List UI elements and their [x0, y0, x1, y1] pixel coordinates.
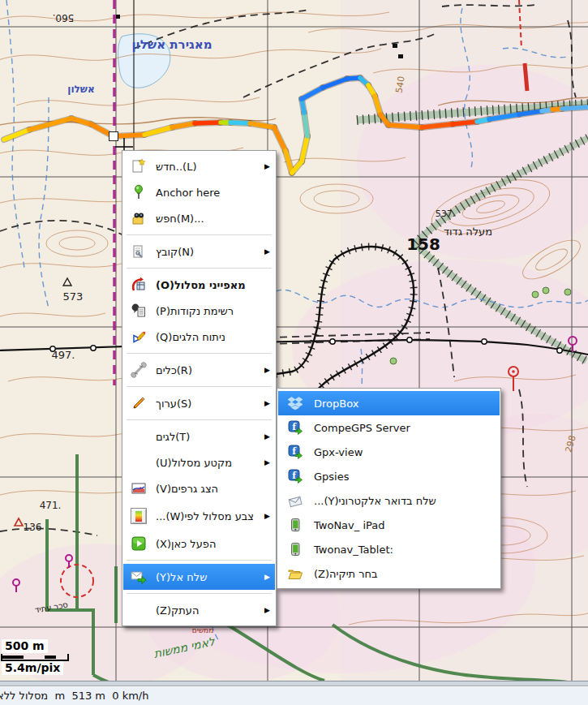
menu-item-track-properties[interactable]: (O)מאפייני מסלול [123, 272, 275, 298]
folder-icon [286, 565, 304, 582]
menu-separator [125, 231, 273, 239]
upload-f-icon: f [286, 419, 304, 436]
menu-item-send-email[interactable]: ...(Y)שלח בדואר אלקטרוני [278, 488, 500, 513]
menu-item-tools[interactable]: כלים(R)▶ [123, 357, 275, 383]
menu-item-file[interactable]: קובץ(N)▶ [123, 239, 275, 264]
new-doc-icon [130, 158, 148, 174]
menu-item-edit[interactable]: ערוך(S)▶ [123, 390, 275, 416]
menu-item-label: Gpx-view [314, 446, 485, 458]
tools-icon [130, 362, 148, 378]
menu-item-gpx-view[interactable]: fGpx-view [278, 440, 500, 464]
map-label: 560. [53, 12, 75, 24]
menu-item-label: חפש(M)... [156, 213, 260, 225]
scale-resolution-label: 5.4m/pix [2, 661, 63, 675]
menu-item-copy[interactable]: (Z)העתק▶ [123, 597, 275, 623]
submenu-arrow-icon: ▶ [260, 162, 270, 170]
status-bar: מסלול ללא m 513 m 0 km/h [0, 686, 588, 705]
email-icon [286, 492, 304, 509]
menu-item-send-to[interactable]: (Y)שלח אל▶ [123, 564, 275, 590]
scale-distance-label: 500 m [2, 639, 48, 653]
menu-item-label: (P)רשימת נקודות [156, 305, 260, 317]
menu-item-color-track-by[interactable]: ...(W)צבע מסלול לפי▶ [123, 501, 275, 531]
map-label: 471. [40, 500, 62, 511]
submenu-arrow-icon: ▶ [260, 458, 270, 466]
menu-item-label: (Z)בחר תיקיה [314, 568, 485, 580]
blank-icon [130, 454, 148, 471]
menu-item-label: ...(Y)שלח בדואר אלקטרוני [314, 495, 485, 507]
menu-item-label: DropBox [314, 398, 485, 410]
menu-item-label: קובץ(N) [156, 246, 260, 258]
menu-item-label: (X)הפעל כאן [156, 538, 260, 550]
upload-f-icon: f [286, 444, 304, 460]
map-label: מאגירת אשלון [131, 37, 212, 52]
map-label: אשלון [67, 84, 94, 95]
menu-item-anchor-here[interactable]: Anchor here [123, 179, 275, 205]
properties-icon [130, 277, 148, 293]
menu-item-show-graphs[interactable]: (V)הצג גרפים [123, 475, 275, 501]
analysis-icon [130, 329, 148, 345]
gps-track-segment [230, 123, 250, 123]
file-tool-icon [130, 243, 148, 260]
search-icon [130, 210, 148, 226]
menu-separator [125, 264, 273, 272]
menu-item-twonav-ipad[interactable]: TwoNav_ iPad [278, 513, 500, 537]
submenu-arrow-icon: ▶ [260, 366, 270, 374]
anchor-icon [130, 184, 148, 200]
menu-item-label: Anchor here [156, 187, 260, 199]
edit-icon [130, 395, 148, 411]
menu-item-point-list[interactable]: (P)רשימת נקודות [123, 298, 275, 324]
menu-item-label: חדש..(L) [156, 161, 260, 173]
menu-item-label: (Z)העתק [156, 604, 260, 617]
menu-item-label: ערוך(S) [156, 398, 260, 410]
menu-item-label: (V)הצג גרפים [156, 483, 260, 495]
track-context-menu: חדש..(L)▶Anchor hereחפש(M)...קובץ(N)▶(O)… [122, 150, 277, 626]
menu-item-label: לגים(T) [156, 431, 260, 443]
submenu-arrow-icon: ▶ [260, 512, 270, 520]
menu-item-track-segment[interactable]: (U)מקטע מסלול▶ [123, 449, 275, 475]
submenu-arrow-icon: ▶ [260, 399, 270, 407]
blank-icon [130, 428, 148, 445]
menu-item-search[interactable]: חפש(M)... [123, 205, 275, 231]
map-label: 158 [406, 234, 440, 254]
menu-separator [125, 590, 273, 597]
upload-f-icon: f [286, 468, 304, 484]
device-icon [286, 541, 304, 557]
menu-item-label: CompeGPS Server [314, 422, 485, 434]
menu-item-play-here[interactable]: (X)הפעל כאן [123, 531, 275, 557]
menu-item-label: (O)מאפייני מסלול [156, 279, 260, 291]
dropbox-icon [286, 395, 304, 411]
menu-item-compegps-server[interactable]: fCompeGPS Server [278, 415, 500, 440]
menu-item-dropbox[interactable]: DropBox [278, 391, 500, 415]
menu-item-new[interactable]: חדש..(L)▶ [123, 153, 275, 179]
map-label: 497. [52, 349, 75, 361]
menu-item-label: ...(W)צבע מסלול לפי [156, 510, 260, 522]
menu-item-label: (U)מקטע מסלול [156, 457, 260, 469]
map-label: מעלה גדוד [444, 226, 492, 238]
status-text: מסלול ללא m 513 m 0 km/h [0, 686, 148, 705]
menu-item-leg-analysis[interactable]: (Q)ניתוח הלגים [123, 324, 275, 350]
menu-separator [125, 383, 273, 390]
map-label: ממשים [192, 626, 214, 634]
menu-separator [125, 557, 273, 564]
menu-item-label: (Q)ניתוח הלגים [156, 331, 260, 343]
gps-track-segment [453, 122, 477, 124]
scale-bar [1, 654, 69, 661]
menu-item-gpsies[interactable]: fGpsies [278, 464, 500, 488]
map-label: 136 [24, 522, 42, 533]
menu-item-label: (Y)שלח אל [156, 571, 260, 583]
send-to-submenu: DropBoxfCompeGPS ServerfGpx-viewfGpsies.… [277, 388, 501, 589]
gps-track-segment [388, 125, 422, 127]
menu-item-choose-folder[interactable]: (Z)בחר תיקיה [278, 561, 500, 586]
color-by-icon [130, 508, 148, 524]
map-label: 537. [436, 208, 456, 219]
submenu-arrow-icon: ▶ [260, 606, 270, 614]
menu-item-label: TwoNav_ iPad [314, 519, 485, 531]
submenu-arrow-icon: ▶ [260, 432, 270, 441]
menu-item-label: כלים(R) [156, 364, 260, 376]
point-list-icon [130, 303, 148, 319]
submenu-arrow-icon: ▶ [260, 247, 270, 256]
menu-item-twonav-tablet[interactable]: Twonav_Tablet: [278, 537, 500, 561]
submenu-arrow-icon: ▶ [260, 573, 270, 581]
menu-separator [125, 350, 273, 357]
menu-item-legs[interactable]: לגים(T)▶ [123, 423, 275, 449]
